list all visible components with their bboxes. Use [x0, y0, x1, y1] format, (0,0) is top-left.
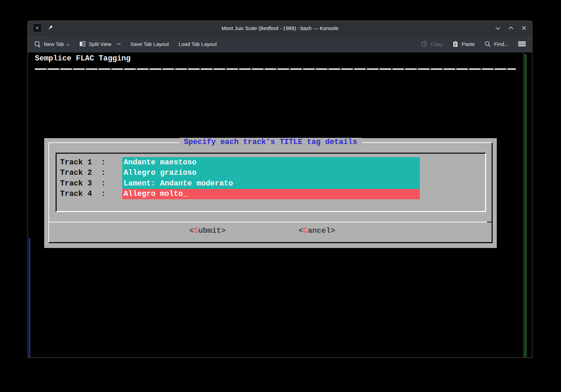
toolbar: New Tab Split View Save Tab Layout Load … — [28, 35, 532, 52]
form-row-track-1: Track 1 : Andante maestoso — [60, 157, 485, 168]
submit-label-rest: ubmit — [198, 227, 221, 235]
hamburger-menu-icon — [518, 41, 526, 47]
split-view-icon — [79, 41, 86, 47]
left-focus-line — [29, 238, 30, 357]
minimize-button[interactable] — [495, 25, 501, 31]
cancel-open-bracket: < — [299, 227, 303, 235]
track-3-label: Track 3 : — [60, 179, 122, 188]
maximize-button[interactable] — [508, 25, 514, 31]
terminal-area[interactable]: Semplice FLAC Tagging Specify each track… — [28, 52, 532, 357]
form-row-track-3: Track 3 : Lament: Andante moderato — [60, 178, 485, 189]
submit-button[interactable]: <Submit> — [189, 226, 226, 236]
submit-open-bracket: < — [189, 227, 194, 235]
save-tab-layout-button[interactable]: Save Tab Layout — [130, 41, 169, 47]
separator-end-cap — [487, 222, 493, 222]
hamburger-menu-button[interactable] — [518, 41, 526, 47]
load-tab-layout-button[interactable]: Load Tab Layout — [178, 41, 217, 47]
track-4-title-input[interactable]: Allegro molto_ — [122, 189, 420, 200]
submit-hotkey: S — [194, 227, 198, 235]
track-1-label: Track 1 : — [60, 158, 122, 167]
button-separator — [48, 222, 493, 222]
cancel-hotkey: C — [303, 227, 308, 235]
submit-close-bracket: > — [221, 227, 225, 235]
paste-label: Paste — [462, 41, 475, 47]
split-view-caret-icon — [117, 42, 121, 45]
save-tab-layout-label: Save Tab Layout — [130, 41, 169, 47]
track-2-title-input[interactable]: Allegro grazioso — [122, 168, 420, 179]
paste-icon — [452, 41, 458, 47]
form-row-track-4: Track 4 : Allegro molto_ — [60, 189, 485, 200]
find-button[interactable]: Find... — [484, 41, 509, 47]
copy-button[interactable]: Copy — [421, 41, 443, 47]
track-1-title-input[interactable]: Andante maestoso — [122, 157, 420, 168]
track-2-value: Allegro grazioso — [124, 169, 196, 177]
konsole-window: Mont Juic Suite (Bedford - 1989) : bash … — [28, 21, 532, 358]
find-label: Find... — [494, 41, 509, 47]
split-view-button[interactable]: Split View — [79, 41, 121, 47]
copy-icon — [421, 41, 427, 47]
new-tab-button[interactable]: New Tab — [34, 41, 69, 47]
track-2-label: Track 2 : — [60, 169, 122, 177]
pin-icon[interactable] — [47, 25, 54, 31]
track-3-title-input[interactable]: Lament: Andante moderato — [122, 178, 420, 189]
split-view-label: Split View — [89, 41, 112, 47]
close-button[interactable] — [521, 25, 527, 31]
scrollbar-track-divider — [523, 52, 524, 357]
new-tab-label: New Tab — [44, 41, 64, 47]
scrollbar-thumb[interactable] — [524, 54, 527, 357]
new-tab-icon — [34, 41, 41, 47]
copy-label: Copy — [431, 41, 443, 47]
flac-tagging-dialog: Specify each track's TITLE tag details T… — [44, 138, 497, 248]
heading-underline — [35, 68, 516, 70]
form-box: Track 1 : Andante maestoso Track 2 : All… — [56, 153, 486, 212]
terminal-heading: Semplice FLAC Tagging — [35, 54, 130, 63]
track-4-label: Track 4 : — [60, 190, 122, 198]
form-row-track-2: Track 2 : Allegro grazioso — [60, 168, 485, 179]
titlebar[interactable]: Mont Juic Suite (Bedford - 1989) : bash … — [28, 21, 532, 35]
paste-button[interactable]: Paste — [452, 41, 475, 47]
cancel-label-rest: ancel — [308, 227, 330, 235]
terminal-tab-icon: > — [33, 23, 42, 32]
dialog-title: Specify each track's TITLE tag details — [179, 138, 362, 147]
cancel-close-bracket: > — [330, 227, 335, 235]
track-4-value: Allegro molto — [124, 190, 183, 198]
load-tab-layout-label: Load Tab Layout — [178, 41, 217, 47]
new-tab-caret-icon — [66, 44, 69, 46]
track-3-value: Lament: Andante moderato — [124, 179, 233, 188]
cancel-button[interactable]: <Cancel> — [299, 226, 335, 236]
window-title: Mont Juic Suite (Bedford - 1989) : bash … — [28, 25, 532, 31]
track-1-value: Andante maestoso — [124, 158, 196, 167]
prompt-glyph: > — [36, 26, 39, 31]
search-icon — [484, 41, 491, 47]
text-cursor: _ — [183, 190, 187, 198]
